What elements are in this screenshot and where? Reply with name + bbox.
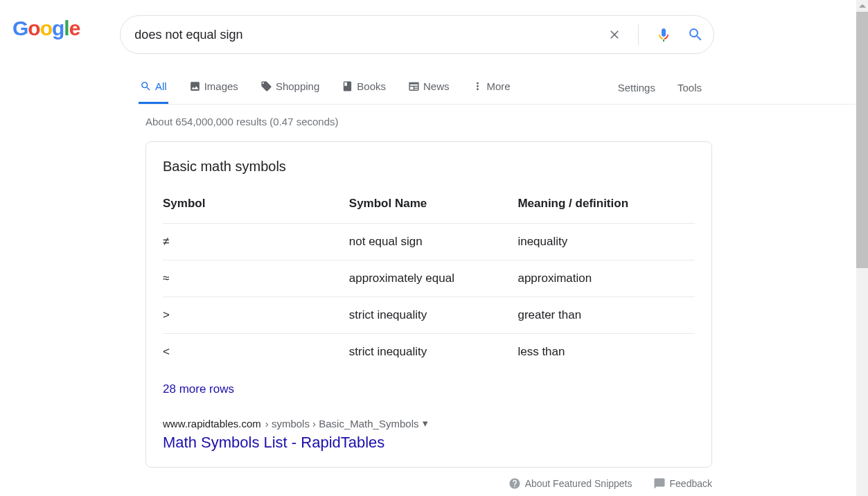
col-header-name: Symbol Name [349, 190, 518, 224]
result-title-link[interactable]: Math Symbols List - RapidTables [163, 434, 695, 452]
tab-label: News [423, 80, 450, 92]
tab-label: Books [357, 80, 386, 92]
scrollbar[interactable] [856, 0, 868, 490]
snippet-footer: About Featured Snippets Feedback [145, 477, 712, 490]
search-divider [638, 24, 639, 45]
tab-all[interactable]: All [139, 73, 168, 104]
tab-news[interactable]: News [407, 73, 451, 104]
clear-icon[interactable] [608, 28, 621, 42]
tab-label: All [155, 80, 167, 92]
cell-meaning: less than [517, 334, 695, 371]
about-featured-snippets-link[interactable]: About Featured Snippets [508, 477, 632, 490]
more-icon [472, 80, 484, 92]
tools-link[interactable]: Tools [676, 75, 703, 103]
result-stats: About 654,000,000 results (0.47 seconds) [145, 116, 856, 127]
cell-symbol: ≠ [163, 224, 349, 260]
footer-label: Feedback [670, 478, 712, 489]
cite-dropdown-icon[interactable]: ▾ [423, 417, 428, 429]
book-icon [342, 80, 353, 92]
cell-meaning: greater than [517, 297, 695, 334]
cell-name: strict inequality [349, 297, 518, 334]
search-input[interactable] [134, 28, 608, 42]
scroll-thumb[interactable] [856, 12, 868, 268]
cell-meaning: inequality [517, 224, 695, 260]
search-button-icon[interactable] [687, 26, 704, 43]
help-icon [508, 477, 521, 490]
table-row: ≈ approximately equal approximation [163, 260, 695, 297]
cell-name: strict inequality [349, 334, 518, 371]
voice-search-icon[interactable] [655, 26, 672, 43]
table-row: ≠ not equal sign inequality [163, 224, 695, 260]
news-icon [408, 80, 420, 92]
cell-symbol: > [163, 297, 349, 334]
footer-label: About Featured Snippets [525, 478, 632, 489]
more-rows-link[interactable]: 28 more rows [163, 382, 695, 396]
google-logo[interactable]: Google [12, 17, 80, 40]
tabs-row: All Images Shopping Books News More [139, 73, 856, 105]
cell-meaning: approximation [517, 260, 695, 297]
tab-label: Shopping [276, 80, 319, 92]
flag-icon [653, 477, 666, 490]
search-icon [140, 80, 152, 92]
cite-domain: www.rapidtables.com [163, 418, 261, 429]
tab-label: Images [204, 80, 238, 92]
tab-books[interactable]: Books [340, 73, 387, 104]
cite-path: › symbols › Basic_Math_Symbols [265, 418, 419, 429]
tab-shopping[interactable]: Shopping [259, 73, 321, 104]
feedback-link[interactable]: Feedback [653, 477, 712, 490]
result-cite[interactable]: www.rapidtables.com › symbols › Basic_Ma… [163, 417, 695, 429]
cell-name: not equal sign [349, 224, 518, 260]
tag-icon [260, 80, 272, 92]
settings-link[interactable]: Settings [617, 75, 657, 103]
tab-images[interactable]: Images [188, 73, 240, 104]
cell-symbol: < [163, 334, 349, 371]
table-row: > strict inequality greater than [163, 297, 695, 334]
cell-symbol: ≈ [163, 260, 349, 297]
cell-name: approximately equal [349, 260, 518, 297]
search-bar [120, 15, 714, 54]
snippet-heading: Basic math symbols [163, 159, 695, 175]
tab-label: More [487, 80, 511, 92]
col-header-meaning: Meaning / definition [517, 190, 695, 224]
featured-snippet: Basic math symbols Symbol Symbol Name Me… [145, 141, 712, 468]
scroll-up-button[interactable] [856, 0, 868, 12]
table-row: < strict inequality less than [163, 334, 695, 371]
snippet-table: Symbol Symbol Name Meaning / definition … [163, 190, 695, 370]
tab-more[interactable]: More [470, 73, 512, 104]
col-header-symbol: Symbol [163, 190, 349, 224]
image-icon [189, 80, 201, 92]
